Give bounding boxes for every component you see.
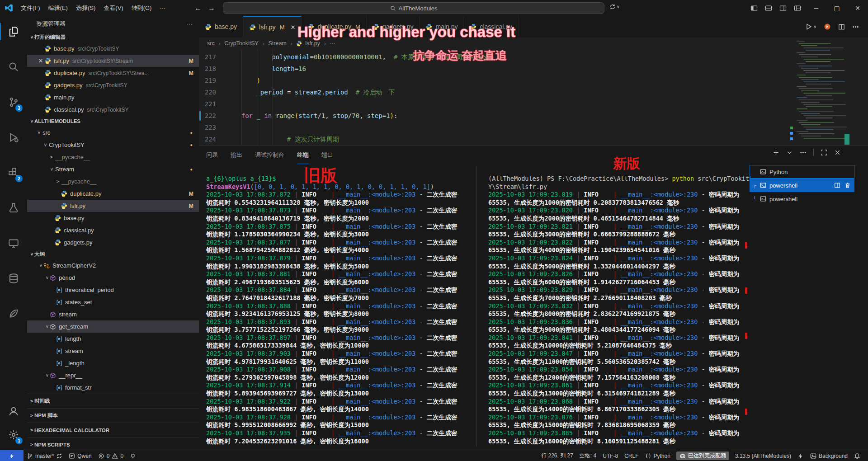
terminal-list-item-powershell[interactable]: └powershell (750, 192, 854, 206)
nav-forward-button[interactable]: → (208, 4, 215, 12)
tab-lsfr.py[interactable]: lsfr.pyM✕ (243, 16, 302, 38)
open-editors-header[interactable]: >打开的编辑器 (27, 32, 199, 42)
outline-item-stream[interactable]: stream (27, 308, 199, 320)
tab-duplicate.py[interactable]: duplicate.pyM (302, 16, 367, 38)
panel-tab-问题[interactable]: 问题 (206, 146, 218, 164)
terminal-split-divider[interactable] (476, 166, 476, 447)
tree-file-base.py[interactable]: base.py (27, 212, 199, 224)
panel-tab-终端[interactable]: 终端 (297, 146, 309, 164)
breadcrumb-item[interactable]: src (207, 40, 215, 47)
status-bell[interactable] (851, 450, 863, 461)
customize-layout-icon[interactable] (794, 5, 801, 12)
breadcrumb-item[interactable]: ··· (330, 40, 335, 47)
explorer-more-actions-icon[interactable]: ··· (187, 20, 193, 27)
status-行 226, 列 27[interactable]: 行 226, 列 27 (538, 450, 576, 461)
outline-item-threoratical_period[interactable]: threoratical_period (27, 284, 199, 296)
toggle-secondary-sidebar-icon[interactable] (779, 5, 787, 12)
sidebar-section-时间线[interactable]: >时间线 (27, 394, 199, 408)
run-code-icon[interactable] (824, 23, 831, 30)
status-remote-indicator[interactable] (0, 450, 24, 461)
more-actions-icon[interactable] (852, 24, 859, 30)
menu-item[interactable]: 转到(G) (127, 3, 156, 14)
sidebar-section-NPM SCRIPTS[interactable]: >NPM SCRIPTS (27, 437, 199, 450)
open-editor-item[interactable]: classical.pysrc\CrypTookitSY (27, 103, 199, 116)
status-master*[interactable]: master* (24, 450, 66, 461)
status-空格: 4[interactable]: 空格: 4 (576, 450, 599, 461)
open-editor-item[interactable]: gadgets.pysrc\CrypTookitSY (27, 79, 199, 91)
close-icon[interactable] (834, 149, 841, 156)
more-icon[interactable] (800, 149, 807, 156)
outline-header[interactable]: >大纲 (27, 249, 199, 259)
activity-files[interactable] (0, 20, 27, 43)
toggle-panel-icon[interactable] (765, 5, 772, 12)
outline-item-period[interactable]: >period (27, 272, 199, 284)
activity-settings[interactable]: 1 (0, 423, 27, 446)
outline-item-stream[interactable]: stream (27, 345, 199, 357)
project-header[interactable]: >ALLTHEMODULES (27, 116, 199, 127)
activity-source-control[interactable]: 3 (0, 91, 27, 113)
tree-folder-__pycache__[interactable]: >__pycache__ (27, 175, 199, 188)
tree-folder-__pycache__[interactable]: >__pycache__ (27, 151, 199, 163)
sidebar-section-HEXADECIMAL CALCULATOR[interactable]: >HEXADECIMAL CALCULATOR (27, 423, 199, 437)
new-terminal-icon[interactable] (773, 149, 779, 156)
panel-tab-端口[interactable]: 端口 (321, 146, 333, 164)
outline-item-length[interactable]: length (27, 333, 199, 345)
minimap[interactable] (795, 41, 853, 144)
status-Qwen[interactable]: Qwen (66, 450, 94, 461)
tab-gadgets.py[interactable]: gadgets.py (367, 16, 420, 38)
activity-database[interactable] (0, 267, 27, 290)
split-editor-icon[interactable] (838, 24, 845, 30)
minimize-icon[interactable]: ─ (806, 0, 826, 16)
activity-monitor[interactable] (0, 232, 27, 254)
open-editor-item[interactable]: base.pysrc\CrypTookitSY (27, 42, 199, 55)
nav-back-button[interactable]: ← (194, 4, 202, 12)
menu-item[interactable]: ··· (156, 3, 170, 14)
menu-item[interactable]: 选择(S) (72, 3, 99, 14)
tab-main.py[interactable]: main.py (420, 16, 464, 38)
status-plug[interactable] (127, 450, 139, 461)
menu-item[interactable]: 文件(F) (17, 3, 44, 14)
status-Background[interactable]: Background (807, 450, 851, 461)
tree-folder-Stream[interactable]: >Stream● (27, 163, 199, 175)
status-0[interactable]: 00 (95, 450, 127, 461)
terminal-list-item-Python[interactable]: Python (750, 165, 854, 179)
tab-classical.py[interactable]: classical.py (464, 16, 519, 38)
maximize-panel-icon[interactable] (821, 149, 827, 156)
activity-beaker[interactable] (0, 197, 27, 219)
breadcrumb-item[interactable]: lsfr.py (305, 40, 320, 47)
status-UTF-8[interactable]: UTF-8 (599, 450, 621, 461)
tree-folder-src[interactable]: >src● (27, 127, 199, 139)
open-editor-item[interactable]: ✕lsfr.pysrc\CrypTookitSY\StreamM (27, 55, 199, 67)
outline-item-_length[interactable]: _length (27, 357, 199, 369)
close-icon[interactable]: ✕ (847, 0, 868, 16)
activity-leaf[interactable] (0, 302, 27, 325)
outline-item-format_str[interactable]: format_str (27, 381, 199, 394)
toggle-sidebar-icon[interactable] (750, 5, 758, 12)
menu-item[interactable]: 查看(V) (99, 3, 127, 14)
sidebar-section-NPM 脚本[interactable]: >NPM 脚本 (27, 408, 199, 423)
run-python-file-button[interactable]: ∨ (805, 23, 816, 30)
terminal-new[interactable]: (AllTheModules) PS F:\CodePractice\AllTh… (488, 175, 750, 447)
outline-item-states_set[interactable]: states_set (27, 296, 199, 308)
open-editor-item[interactable]: main.py (27, 91, 199, 103)
terminal-old[interactable]: a_{6}\oplus a_{13}$StreamKeysV1([0, 0, 1… (206, 175, 477, 447)
menu-item[interactable]: 编辑(E) (44, 3, 72, 14)
status-3.13.5 (AllTheModules)[interactable]: 3.13.5 (AllTheModules) (732, 450, 794, 461)
breadcrumb-item[interactable]: CrypTookitSY (224, 40, 259, 47)
status-Python[interactable]: Python (642, 450, 674, 461)
terminal-list-item-powershell[interactable]: ┌powershell (750, 179, 854, 192)
close-tab-icon[interactable]: ✕ (290, 24, 295, 31)
command-center-search[interactable]: AllTheModules (223, 2, 604, 14)
activity-account[interactable] (0, 400, 27, 423)
tree-file-lsfr.py[interactable]: lsfr.pyM (27, 200, 199, 212)
tree-file-classical.py[interactable]: classical.py (27, 224, 199, 236)
tree-file-gadgets.py[interactable]: gadgets.py (27, 236, 199, 249)
breadcrumb-item[interactable]: Stream (268, 40, 286, 47)
tab-base.py[interactable]: base.py (199, 16, 243, 38)
open-editor-item[interactable]: duplicate.pysrc\CrypTookitSY\Strea...M (27, 67, 199, 79)
breadcrumb[interactable]: src›CrypTookitSY›Stream›lsfr.py›··· (199, 38, 868, 49)
outline-item-__repr__[interactable]: >__repr__ (27, 369, 199, 381)
outline-item-get_stream[interactable]: >get_stream (27, 320, 199, 333)
activity-search[interactable] (0, 56, 27, 78)
status-已达到完成配额[interactable]: 已达到完成配额 (676, 452, 729, 460)
